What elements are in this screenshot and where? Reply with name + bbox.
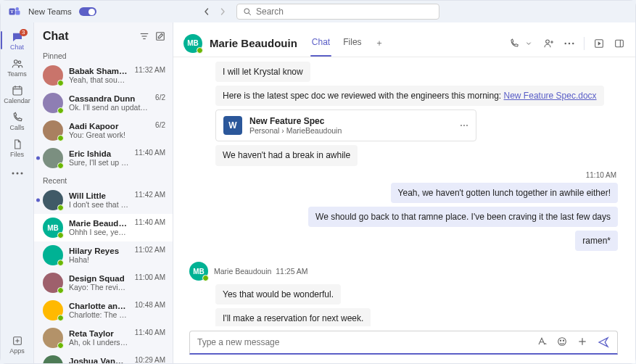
- svg-point-26: [569, 42, 570, 44]
- compose-icon[interactable]: [155, 31, 165, 41]
- chat-row[interactable]: Eric IshidaSure, I'll set up something f…: [34, 144, 173, 172]
- svg-rect-8: [13, 87, 22, 95]
- chat-row[interactable]: Joshua VanBurenThanks for reviewing!10:2…: [34, 352, 173, 363]
- chat-name: Charlotte and Babak: [69, 302, 129, 310]
- message-outgoing[interactable]: Yeah, we haven't gotten lunch together i…: [391, 183, 618, 203]
- message-incoming[interactable]: Yes that would be wonderful.: [215, 284, 341, 305]
- avatar: [43, 120, 63, 141]
- rail-calls[interactable]: Calls: [1, 107, 34, 134]
- message-outgoing[interactable]: We should go back to that ramne place. I…: [308, 207, 618, 227]
- chat-list-title: Chat: [43, 30, 69, 43]
- message-incoming[interactable]: Here is the latest spec doc we reviewed …: [215, 86, 604, 106]
- composer-input[interactable]: [197, 337, 529, 347]
- chat-time: 6/2: [155, 94, 165, 102]
- message-incoming[interactable]: I will let Krystal know: [215, 62, 310, 82]
- nav-back-button[interactable]: [200, 5, 213, 18]
- chat-name: Will Little: [69, 191, 129, 200]
- rail-chat[interactable]: 3 Chat: [1, 27, 34, 54]
- rail-files[interactable]: Files: [1, 134, 34, 161]
- filter-icon[interactable]: [139, 31, 149, 41]
- rail-more[interactable]: [1, 161, 34, 186]
- unread-dot: [36, 157, 40, 160]
- avatar: [43, 355, 63, 363]
- pinned-label: Pinned: [34, 47, 173, 62]
- chat-name: Hilary Reyes: [69, 247, 129, 255]
- chat-row[interactable]: Will LittleI don't see that being an iss…: [34, 186, 173, 214]
- chat-name: Joshua VanBuren: [69, 357, 129, 363]
- chat-time: 10:29 AM: [135, 356, 165, 363]
- file-attachment-card[interactable]: W New Feature Spec Personal › MarieBeaud…: [215, 109, 476, 141]
- chat-row[interactable]: Design SquadKayo: The review went really…: [34, 269, 173, 297]
- chat-preview: Charlotte: The client was pretty happy w…: [69, 310, 129, 319]
- emoji-icon[interactable]: [556, 336, 568, 349]
- tab-chat[interactable]: Chat: [310, 37, 331, 57]
- message-composer[interactable]: [189, 331, 618, 355]
- format-icon[interactable]: [536, 336, 548, 349]
- svg-point-14: [20, 173, 22, 175]
- svg-point-32: [560, 340, 561, 341]
- chat-row[interactable]: Reta TaylorAh, ok I understand now.11:40…: [34, 324, 173, 352]
- chat-time: 11:40 AM: [135, 328, 165, 336]
- teams-icon: [11, 57, 24, 70]
- open-app-button[interactable]: [593, 38, 605, 49]
- chat-preview: I don't see that being an issue. Can you…: [69, 200, 129, 209]
- chat-row[interactable]: Aadi KapoorYou: Great work!6/2: [34, 117, 173, 144]
- avatar: [43, 148, 63, 168]
- rail-calendar[interactable]: Calendar: [1, 80, 34, 107]
- message-outgoing[interactable]: ramen*: [575, 231, 618, 251]
- svg-point-12: [12, 173, 14, 175]
- chevron-down-icon[interactable]: [523, 38, 534, 49]
- svg-point-7: [18, 61, 20, 63]
- chat-preview: Yeah, that sounds great: [69, 75, 129, 84]
- people-add-button[interactable]: [543, 38, 555, 49]
- avatar: [43, 65, 63, 86]
- avatar: [43, 300, 63, 320]
- chat-preview: Kayo: The review went really well! Can't…: [69, 283, 129, 291]
- rail-teams[interactable]: Teams: [1, 54, 34, 80]
- message-incoming[interactable]: I'll make a reservation for next week.: [215, 308, 371, 326]
- chat-row[interactable]: Hilary ReyesHaha!11:02 AM: [34, 241, 173, 269]
- svg-rect-3: [16, 11, 20, 15]
- rail-teams-label: Teams: [7, 70, 27, 78]
- tab-files[interactable]: Files: [342, 37, 363, 57]
- new-teams-label: New Teams: [28, 7, 72, 16]
- file-meta: Personal › MarieBeaudouin: [249, 126, 342, 135]
- new-teams-toggle[interactable]: [79, 7, 96, 16]
- chat-time: 6/2: [155, 121, 165, 129]
- send-button[interactable]: [597, 336, 610, 349]
- svg-rect-29: [616, 40, 624, 46]
- chat-name: Design Squad: [69, 274, 129, 283]
- tab-add[interactable]: ＋: [373, 37, 385, 57]
- search-input[interactable]: [256, 7, 433, 17]
- chat-name: Cassandra Dunn: [69, 94, 149, 103]
- chat-time: 11:40 AM: [135, 218, 165, 226]
- nav-forward-button[interactable]: [216, 5, 229, 18]
- sender-avatar[interactable]: MB: [189, 262, 208, 281]
- header-avatar[interactable]: MB: [183, 34, 202, 53]
- svg-point-25: [565, 42, 566, 44]
- avatar: [43, 273, 63, 293]
- rail-chat-label: Chat: [10, 44, 24, 51]
- chat-time: 11:40 AM: [135, 149, 165, 157]
- chat-row[interactable]: Charlotte and BabakCharlotte: The client…: [34, 297, 173, 324]
- chat-row[interactable]: Babak ShammasYeah, that sounds great11:3…: [34, 62, 173, 89]
- chat-row[interactable]: Cassandra DunnOk. I'll send an update la…: [34, 89, 173, 117]
- avatar: [43, 328, 63, 348]
- rail-apps[interactable]: Apps: [1, 331, 34, 357]
- chat-name: Eric Ishida: [69, 149, 129, 158]
- avatar: [43, 190, 63, 210]
- message-incoming[interactable]: We haven't had a break in awhile: [215, 145, 358, 165]
- search-bar[interactable]: [236, 4, 439, 20]
- chat-time: 11:02 AM: [135, 246, 165, 254]
- chat-time: 10:48 AM: [135, 301, 165, 309]
- header-more-button[interactable]: [563, 38, 575, 49]
- recent-label: Recent: [34, 172, 173, 186]
- plus-icon[interactable]: [577, 336, 588, 349]
- svg-point-22: [546, 40, 550, 44]
- panel-button[interactable]: [614, 38, 625, 49]
- spec-link[interactable]: New Feature Spec.docx: [504, 91, 597, 101]
- call-button[interactable]: [508, 38, 520, 49]
- chat-row[interactable]: MBMarie BeaudouinOhhh I see, yes let me …: [34, 214, 173, 241]
- file-more-button[interactable]: ⋯: [460, 120, 468, 131]
- files-icon: [11, 138, 24, 151]
